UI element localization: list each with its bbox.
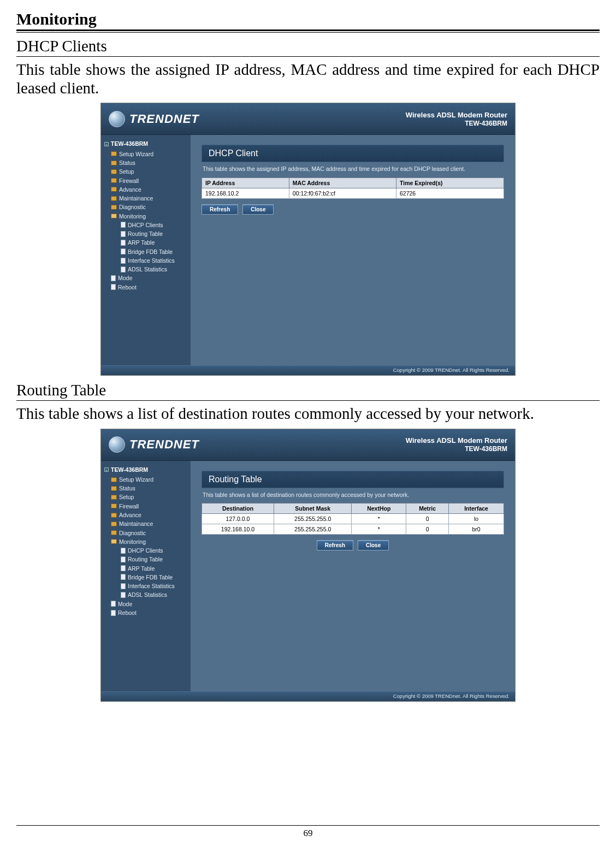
nav-root[interactable]: - TEW-436BRM [104, 139, 188, 148]
cell: 0 [406, 514, 449, 524]
cell: 192.168.10.0 [202, 524, 274, 535]
nav-item[interactable]: Setup [104, 493, 188, 501]
nav-item[interactable]: Status [104, 484, 188, 493]
nav-label: Setup [119, 167, 134, 176]
product-line1: Wireless ADSL Modem Router [406, 111, 507, 120]
table-row: 192.168.10.0 255.255.255.0 * 0 br0 [202, 524, 504, 535]
table-row: 192.168.10.2 00:12:f0:67:b2:cf 62726 [202, 188, 504, 199]
nav-item[interactable]: Mode [104, 600, 188, 608]
nav-item[interactable]: Diagnostic [104, 529, 188, 537]
nav-sub-item[interactable]: DHCP Clients [104, 546, 188, 555]
nav-label: Setup Wizard [119, 150, 153, 158]
nav-label: Advance [119, 511, 141, 519]
folder-open-icon [111, 214, 117, 218]
folder-icon [111, 486, 117, 491]
nav-item-monitoring[interactable]: Monitoring [104, 537, 188, 546]
doc-icon [111, 284, 116, 290]
nav-item[interactable]: Advance [104, 185, 188, 194]
doc-icon [121, 592, 126, 598]
folder-icon [111, 161, 117, 165]
col-expired: Time Expired(s) [396, 178, 504, 188]
router-window: TRENDNET Wireless ADSL Modem Router TEW-… [100, 103, 516, 376]
doc-icon [121, 548, 126, 554]
doc-icon [121, 258, 126, 264]
cell: * [352, 524, 406, 535]
brand-logo: TRENDNET [109, 111, 199, 127]
nav-sub-item[interactable]: ADSL Statistics [104, 590, 188, 599]
nav-sub-item[interactable]: ADSL Statistics [104, 265, 188, 274]
nav-label: DHCP Clients [128, 221, 163, 229]
refresh-button[interactable]: Refresh [202, 204, 238, 215]
nav-label: Monitoring [119, 212, 146, 221]
nav-item[interactable]: Diagnostic [104, 203, 188, 211]
nav-sub-item[interactable]: ARP Table [104, 238, 188, 247]
nav-label: Routing Table [128, 229, 163, 238]
col-ip: IP Address [202, 178, 289, 188]
nav-sub-item[interactable]: Bridge FDB Table [104, 573, 188, 582]
router-window: TRENDNET Wireless ADSL Modem Router TEW-… [100, 429, 516, 702]
col-iface: Interface [449, 503, 504, 514]
nav-label: Bridge FDB Table [128, 573, 173, 582]
nav-item[interactable]: Firewall [104, 176, 188, 185]
logo-icon [109, 436, 125, 453]
nav-item[interactable]: Reboot [104, 608, 188, 617]
panel-title: Routing Table [202, 471, 504, 488]
panel-dhcp: DHCP Client This table shows the assigne… [191, 135, 515, 365]
nav-sub-item[interactable]: Bridge FDB Table [104, 247, 188, 256]
section-title-dhcp: DHCP Clients [16, 36, 600, 56]
nav-item[interactable]: Setup [104, 167, 188, 176]
folder-icon [111, 205, 117, 210]
nav-label: Maintainance [119, 194, 153, 203]
nav-sub-item[interactable]: Routing Table [104, 555, 188, 564]
tree-collapse-icon: - [104, 467, 109, 472]
table-row: 127.0.0.0 255.255.255.0 * 0 lo [202, 514, 504, 524]
section-body-routing: This table shows a list of destination r… [16, 404, 600, 423]
nav-label: Interface Statistics [128, 582, 175, 590]
cell: 127.0.0.0 [202, 514, 274, 524]
nav-item[interactable]: Setup Wizard [104, 150, 188, 158]
router-header: TRENDNET Wireless ADSL Modem Router TEW-… [101, 103, 515, 135]
section-body-dhcp: This table shows the assigned IP address… [16, 60, 600, 97]
nav-root[interactable]: - TEW-436BRM [104, 465, 188, 474]
nav-item[interactable]: Maintainance [104, 194, 188, 203]
rule-single [16, 56, 600, 57]
nav-sub-item[interactable]: DHCP Clients [104, 221, 188, 229]
doc-icon [111, 275, 116, 281]
nav-sub-item[interactable]: Interface Statistics [104, 582, 188, 590]
nav-item[interactable]: Mode [104, 274, 188, 282]
panel-desc: This table shows the assigned IP address… [202, 162, 504, 177]
nav-label: Status [119, 158, 135, 167]
cell: 0 [406, 524, 449, 535]
nav-sub-item[interactable]: ARP Table [104, 564, 188, 573]
nav-label: ARP Table [128, 238, 155, 247]
nav-sub-item[interactable]: Routing Table [104, 229, 188, 238]
nav-item[interactable]: Advance [104, 511, 188, 519]
dhcp-table: IP Address MAC Address Time Expired(s) 1… [202, 177, 504, 199]
product-line2: TEW-436BRM [406, 120, 507, 127]
rule-double [16, 29, 600, 33]
nav-item[interactable]: Maintainance [104, 519, 188, 528]
nav-item[interactable]: Status [104, 158, 188, 167]
cell-mac: 00:12:f0:67:b2:cf [289, 188, 396, 199]
cell: br0 [449, 524, 504, 535]
nav-item-monitoring[interactable]: Monitoring [104, 212, 188, 221]
doc-icon [111, 610, 116, 616]
nav-label: Mode [118, 274, 132, 282]
close-button[interactable]: Close [242, 204, 274, 215]
nav-sub-item[interactable]: Interface Statistics [104, 256, 188, 265]
folder-icon [111, 477, 117, 482]
nav-tree: - TEW-436BRM Setup Wizard Status Setup F… [101, 135, 191, 365]
close-button[interactable]: Close [358, 540, 389, 550]
col-nexthop: NextHop [352, 503, 406, 514]
cell: * [352, 514, 406, 524]
nav-item[interactable]: Reboot [104, 283, 188, 292]
doc-icon [111, 601, 116, 607]
refresh-button[interactable]: Refresh [317, 540, 353, 550]
nav-label: ADSL Statistics [128, 265, 167, 274]
folder-icon [111, 522, 117, 526]
cell: lo [449, 514, 504, 524]
nav-item[interactable]: Setup Wizard [104, 475, 188, 484]
doc-icon [121, 240, 126, 246]
nav-item[interactable]: Firewall [104, 502, 188, 511]
folder-icon [111, 495, 117, 500]
